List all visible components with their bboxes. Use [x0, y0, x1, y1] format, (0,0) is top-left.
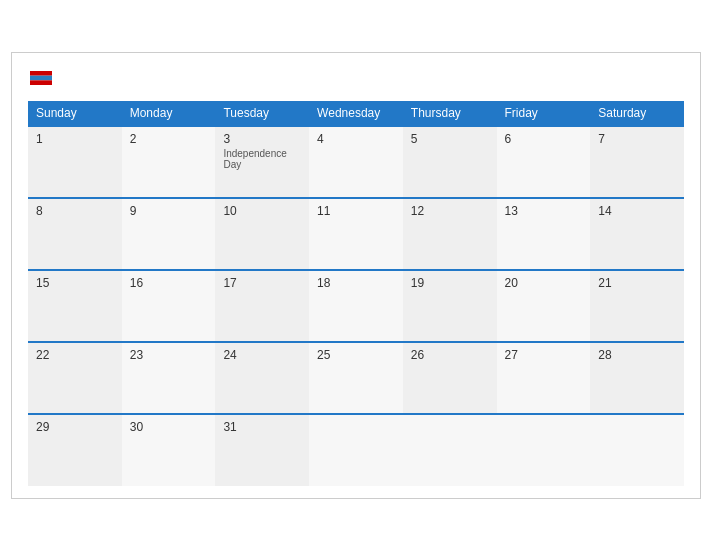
calendar-day-cell: 30: [122, 414, 216, 486]
day-number: 10: [223, 204, 301, 218]
calendar-day-cell: 12: [403, 198, 497, 270]
calendar-day-cell: 22: [28, 342, 122, 414]
calendar-day-cell: 6: [497, 126, 591, 198]
weekday-header: Friday: [497, 101, 591, 126]
logo: [28, 69, 52, 87]
calendar-day-cell: 24: [215, 342, 309, 414]
weekday-header: Thursday: [403, 101, 497, 126]
day-number: 1: [36, 132, 114, 146]
weekday-header: Wednesday: [309, 101, 403, 126]
logo-area: [28, 69, 52, 87]
calendar-day-cell: [497, 414, 591, 486]
calendar-day-cell: 27: [497, 342, 591, 414]
calendar-day-cell: [309, 414, 403, 486]
svg-rect-1: [30, 71, 52, 76]
calendar-grid: SundayMondayTuesdayWednesdayThursdayFrid…: [28, 101, 684, 486]
day-number: 14: [598, 204, 676, 218]
logo-flag-icon: [30, 71, 52, 85]
calendar-day-cell: [403, 414, 497, 486]
day-number: 29: [36, 420, 114, 434]
calendar-day-cell: 7: [590, 126, 684, 198]
calendar-day-cell: 26: [403, 342, 497, 414]
day-number: 27: [505, 348, 583, 362]
calendar-header: [28, 69, 684, 87]
weekday-header-row: SundayMondayTuesdayWednesdayThursdayFrid…: [28, 101, 684, 126]
calendar-day-cell: 11: [309, 198, 403, 270]
calendar-day-cell: 10: [215, 198, 309, 270]
day-number: 26: [411, 348, 489, 362]
day-number: 6: [505, 132, 583, 146]
day-number: 15: [36, 276, 114, 290]
day-number: 7: [598, 132, 676, 146]
calendar-day-cell: 31: [215, 414, 309, 486]
calendar-day-cell: 15: [28, 270, 122, 342]
calendar-day-cell: [590, 414, 684, 486]
calendar-day-cell: 14: [590, 198, 684, 270]
calendar-day-cell: 5: [403, 126, 497, 198]
day-event: Independence Day: [223, 148, 301, 170]
day-number: 30: [130, 420, 208, 434]
calendar-day-cell: 23: [122, 342, 216, 414]
calendar-day-cell: 25: [309, 342, 403, 414]
day-number: 19: [411, 276, 489, 290]
calendar-day-cell: 20: [497, 270, 591, 342]
day-number: 8: [36, 204, 114, 218]
day-number: 2: [130, 132, 208, 146]
calendar-day-cell: 1: [28, 126, 122, 198]
day-number: 22: [36, 348, 114, 362]
calendar-day-cell: 2: [122, 126, 216, 198]
day-number: 24: [223, 348, 301, 362]
calendar-day-cell: 17: [215, 270, 309, 342]
calendar-day-cell: 8: [28, 198, 122, 270]
weekday-header: Saturday: [590, 101, 684, 126]
day-number: 28: [598, 348, 676, 362]
weekday-header: Monday: [122, 101, 216, 126]
day-number: 11: [317, 204, 395, 218]
calendar-week-row: 293031: [28, 414, 684, 486]
calendar-day-cell: 13: [497, 198, 591, 270]
day-number: 20: [505, 276, 583, 290]
weekday-header: Tuesday: [215, 101, 309, 126]
svg-rect-2: [30, 76, 52, 81]
day-number: 5: [411, 132, 489, 146]
calendar-day-cell: 16: [122, 270, 216, 342]
day-number: 13: [505, 204, 583, 218]
calendar-day-cell: 19: [403, 270, 497, 342]
day-number: 16: [130, 276, 208, 290]
calendar-day-cell: 28: [590, 342, 684, 414]
calendar-week-row: 891011121314: [28, 198, 684, 270]
day-number: 9: [130, 204, 208, 218]
day-number: 17: [223, 276, 301, 290]
calendar-container: SundayMondayTuesdayWednesdayThursdayFrid…: [11, 52, 701, 499]
calendar-thead: SundayMondayTuesdayWednesdayThursdayFrid…: [28, 101, 684, 126]
svg-rect-3: [30, 81, 52, 86]
calendar-week-row: 22232425262728: [28, 342, 684, 414]
calendar-week-row: 15161718192021: [28, 270, 684, 342]
calendar-day-cell: 4: [309, 126, 403, 198]
day-number: 18: [317, 276, 395, 290]
calendar-day-cell: 18: [309, 270, 403, 342]
calendar-week-row: 123Independence Day4567: [28, 126, 684, 198]
calendar-day-cell: 29: [28, 414, 122, 486]
calendar-tbody: 123Independence Day456789101112131415161…: [28, 126, 684, 486]
day-number: 23: [130, 348, 208, 362]
calendar-day-cell: 9: [122, 198, 216, 270]
day-number: 3: [223, 132, 301, 146]
day-number: 4: [317, 132, 395, 146]
day-number: 12: [411, 204, 489, 218]
day-number: 25: [317, 348, 395, 362]
calendar-day-cell: 3Independence Day: [215, 126, 309, 198]
day-number: 21: [598, 276, 676, 290]
calendar-day-cell: 21: [590, 270, 684, 342]
day-number: 31: [223, 420, 301, 434]
weekday-header: Sunday: [28, 101, 122, 126]
